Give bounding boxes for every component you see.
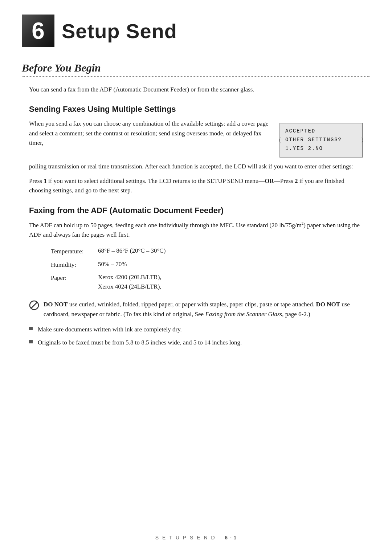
humidity-value: 50% – 70% [98, 260, 127, 269]
do-not-bold1: DO NOT [44, 301, 68, 308]
adf-paragraph: The ADF can hold up to 50 pages, feeding… [29, 220, 363, 240]
do-not-bold2: DO NOT [316, 301, 340, 308]
settings-section: When you send a fax you can choose any c… [29, 119, 363, 157]
spec-row-temperature: Temperature: 68°F – 86°F (20°C – 30°C) [51, 246, 363, 257]
intro-paragraph: You can send a fax from the ADF (Automat… [29, 85, 363, 94]
lcd-wrapper: ACCEPTED 〈 OTHER SETTINGS? 〉 1.YES 2.NO [279, 121, 363, 157]
before-you-begin-heading: Before You Begin [22, 62, 370, 74]
lcd-line1: ACCEPTED [285, 127, 357, 136]
bullet-list: Make sure documents written with ink are… [29, 325, 363, 348]
chapter-number: 6 [32, 19, 45, 42]
bullet-text-2: Originals to be faxed must be from 5.8 t… [38, 338, 242, 347]
sending-faxes-heading: Sending Faxes Using Multiple Settings [29, 105, 363, 114]
bullet-square-icon [29, 327, 33, 330]
temp-label: Temperature: [51, 246, 98, 257]
warning-section: DO NOT use curled, wrinkled, folded, rip… [29, 300, 363, 319]
section-heading-container: Before You Begin [0, 54, 392, 77]
chapter-header: 6 Setup Send [0, 0, 392, 54]
scanner-glass-italic: Faxing from the Scanner Glass [205, 311, 282, 318]
chapter-title: Setup Send [62, 19, 177, 43]
page-container: 6 Setup Send Before You Begin You can se… [0, 0, 392, 555]
section-divider [22, 76, 370, 77]
svg-line-1 [31, 302, 37, 309]
main-content: You can send a fax from the ADF (Automat… [0, 85, 392, 348]
settings-paragraph1: When you send a fax you can choose any c… [29, 119, 269, 148]
chapter-number-block: 6 [22, 15, 54, 47]
bullet-text-1: Make sure documents written with ink are… [38, 325, 182, 334]
bold-1: 1 [44, 177, 47, 184]
settings-text-block: When you send a fax you can choose any c… [29, 119, 279, 148]
footer-page-number: 6 - 1 [220, 535, 237, 540]
page-footer: S E T U P S E N D 6 - 1 [0, 535, 392, 540]
after-settings-paragraph: polling transmission or real time transm… [29, 162, 363, 171]
lcd-line2: OTHER SETTINGS? [285, 136, 342, 144]
spec-row-paper: Paper: Xerox 4200 (20LB/LTR), Xerox 4024… [51, 273, 363, 291]
list-item: Originals to be faxed must be from 5.8 t… [29, 338, 363, 347]
lcd-display: ACCEPTED 〈 OTHER SETTINGS? 〉 1.YES 2.NO [279, 123, 363, 157]
lcd-line3: 1.YES 2.NO [285, 144, 357, 153]
adf-heading: Faxing from the ADF (Automatic Document … [29, 206, 363, 215]
bold-or: OR [265, 177, 274, 184]
no-symbol-icon [29, 300, 39, 310]
bullet-square-icon [29, 340, 33, 343]
list-item: Make sure documents written with ink are… [29, 325, 363, 334]
specs-table: Temperature: 68°F – 86°F (20°C – 30°C) H… [51, 246, 363, 291]
lcd-arrow-left: 〈 [279, 137, 281, 144]
press-paragraph: Press 1 if you want to select additional… [29, 176, 363, 196]
temp-value: 68°F – 86°F (20°C – 30°C) [98, 246, 166, 256]
spec-row-humidity: Humidity: 50% – 70% [51, 260, 363, 271]
paper-label: Paper: [51, 273, 98, 284]
warning-text: DO NOT use curled, wrinkled, folded, rip… [44, 300, 363, 319]
lcd-arrow-right: 〉 [362, 137, 364, 144]
footer-chapter-label: S E T U P S E N D [155, 535, 216, 540]
adf-section: Faxing from the ADF (Automatic Document … [29, 206, 363, 348]
paper-value: Xerox 4200 (20LB/LTR), Xerox 4024 (24LB/… [98, 273, 162, 291]
humidity-label: Humidity: [51, 260, 98, 271]
lcd-line2-row: 〈 OTHER SETTINGS? 〉 [285, 136, 357, 144]
